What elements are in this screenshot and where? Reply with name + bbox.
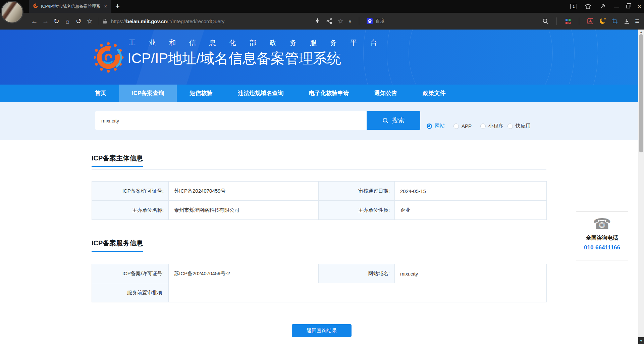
restore-window-button[interactable] (626, 5, 630, 8)
field-value: 2024-05-15 (395, 182, 547, 201)
field-label: ICP备案/许可证号: (92, 264, 169, 283)
tab-close-icon[interactable]: × (104, 4, 107, 9)
search-input[interactable] (95, 111, 367, 130)
miit-gear-logo-icon (94, 38, 124, 78)
table-row: 服务前置审批项: (92, 283, 547, 302)
nav-item-notices[interactable]: 通知公告 (362, 85, 410, 102)
scrollbar-thumb[interactable] (639, 34, 643, 152)
baidu-paw-icon[interactable] (367, 18, 373, 24)
pin-window-icon[interactable] (599, 3, 606, 10)
lightning-icon[interactable] (314, 17, 321, 25)
field-value: 苏ICP备2024070459号 (169, 182, 319, 201)
favorite-star-icon[interactable]: ☆ (338, 17, 344, 25)
download-icon[interactable] (623, 17, 630, 25)
theme-shirt-icon[interactable] (584, 3, 592, 10)
nav-item-policy-files[interactable]: 政策文件 (410, 85, 458, 102)
scrollbar-down-button[interactable]: ▼ (638, 337, 644, 344)
share-icon[interactable] (326, 17, 333, 25)
lock-icon (101, 17, 108, 25)
site-header: 工业和信息化部政务服务平台 ICP/IP地址/域名信息备案管理系统 (0, 30, 638, 85)
browser-tab[interactable]: ICP/IP地址/域名信息备案管理系 × (29, 0, 111, 13)
phone-icon: ☎ (576, 216, 628, 231)
subject-section-title: ICP备案主体信息 (92, 154, 143, 167)
screenshot-crop-icon[interactable] (611, 17, 618, 25)
browser-toolbar: ← → ↻ ⌂ ↺ ☆ https://beian.miit.gov.cn/#/… (0, 13, 644, 30)
field-label: 主办单位名称: (92, 201, 169, 220)
field-value: 泰州市烁澄网络科技有限公司 (169, 201, 319, 220)
hotline-number: 010-66411166 (576, 244, 628, 251)
search-section: 搜索 网站 APP 小程序 快应用 (0, 102, 638, 140)
scrollbar-up-icon[interactable]: ▲ (638, 30, 644, 34)
search-button-label: 搜索 (392, 116, 405, 125)
home-icon[interactable]: ⌂ (62, 17, 73, 25)
radio-option-website[interactable]: 网站 (427, 123, 445, 129)
field-label: 网站域名: (319, 264, 395, 283)
forward-icon[interactable]: → (40, 17, 51, 25)
url-path: /#/Integrated/recordQuery (167, 18, 224, 24)
toolbar-search-icon[interactable] (542, 17, 549, 25)
history-undo-icon[interactable]: ↺ (73, 17, 84, 25)
field-label: 主办单位性质: (319, 201, 395, 220)
search-engine-label[interactable]: 百度 (375, 18, 385, 24)
nav-item-e-verify-apply[interactable]: 电子化核验申请 (296, 85, 362, 102)
page-title: ICP/IP地址/域名信息备案管理系统 (127, 49, 341, 68)
main-nav: 首页 ICP备案查询 短信核验 违法违规域名查询 电子化核验申请 通知公告 政策… (0, 85, 638, 102)
header-subtitle: 工业和信息化部政务服务平台 (129, 38, 390, 47)
chevron-down-icon[interactable]: ∨ (348, 19, 352, 24)
radio-unselected-icon (453, 124, 459, 129)
pdf-tool-icon[interactable] (587, 17, 594, 25)
nav-item-home[interactable]: 首页 (82, 85, 119, 102)
field-label: 审核通过日期: (319, 182, 395, 201)
hotline-card: ☎ 全国咨询电话 010-66411166 (576, 211, 628, 260)
table-row: ICP备案/许可证号: 苏ICP备2024070459号-2 网站域名: mix… (92, 264, 547, 283)
table-row: 主办单位名称: 泰州市烁澄网络科技有限公司 主办单位性质: 企业 (92, 201, 547, 220)
service-section-title: ICP备案服务信息 (92, 239, 143, 252)
nav-item-illegal-domain-query[interactable]: 违法违规域名查询 (225, 85, 296, 102)
field-value-empty (169, 283, 547, 302)
radio-option-app[interactable]: APP (453, 123, 472, 129)
search-magnifier-icon (382, 117, 389, 124)
url-protocol: https:// (111, 18, 126, 24)
radio-selected-icon (427, 124, 432, 129)
toolbar-divider (556, 17, 557, 25)
url-host: beian.miit.gov.cn (126, 18, 167, 24)
section-divider (92, 169, 546, 170)
tab-favicon-icon (33, 3, 38, 10)
field-label: ICP备案/许可证号: (92, 182, 169, 201)
toolbar-divider (579, 17, 579, 25)
section-divider (92, 254, 546, 254)
radio-unselected-icon (480, 124, 486, 129)
close-window-button[interactable]: × (637, 3, 641, 10)
back-icon[interactable]: ← (29, 17, 40, 25)
toolbar-divider (359, 17, 359, 25)
radio-option-miniprogram[interactable]: 小程序 (480, 123, 503, 129)
minimize-button[interactable]: — (614, 4, 619, 9)
field-value: 企业 (395, 201, 547, 220)
reload-icon[interactable]: ↻ (51, 17, 62, 25)
back-to-results-button[interactable]: 返回查询结果 (292, 324, 352, 337)
user-avatar[interactable] (1, 1, 23, 23)
radio-unselected-icon (507, 124, 513, 129)
apps-grid-icon[interactable] (564, 17, 572, 25)
menu-hamburger-icon[interactable]: ≡ (635, 17, 639, 26)
field-label: 服务前置审批项: (92, 283, 169, 302)
address-bar[interactable]: https://beian.miit.gov.cn/#/Integrated/r… (111, 18, 224, 24)
radio-option-quickapp[interactable]: 快应用 (507, 123, 531, 129)
tab-count-badge[interactable]: 1 (570, 4, 577, 9)
field-value: 苏ICP备2024070459号-2 (169, 264, 319, 283)
field-value: mixi.city (395, 264, 547, 283)
toolbar-divider (98, 17, 98, 25)
nav-item-icp-query[interactable]: ICP备案查询 (119, 85, 177, 102)
page-scrollbar[interactable]: ▲ ▼ (638, 30, 644, 344)
night-mode-moon-icon[interactable] (599, 17, 606, 25)
tab-title: ICP/IP地址/域名信息备案管理系 (41, 4, 103, 9)
nav-item-sms-verify[interactable]: 短信核验 (177, 85, 225, 102)
subject-info-table: ICP备案/许可证号: 苏ICP备2024070459号 审核通过日期: 202… (92, 181, 547, 220)
scrollbar-down-icon: ▼ (640, 339, 643, 343)
search-button[interactable]: 搜索 (367, 111, 420, 130)
search-type-options: 网站 APP 小程序 快应用 (427, 123, 531, 129)
bookmark-star-icon[interactable]: ☆ (84, 17, 95, 25)
new-tab-button[interactable]: + (115, 2, 120, 11)
page-viewport: 工业和信息化部政务服务平台 ICP/IP地址/域名信息备案管理系统 首页 ICP… (0, 30, 644, 344)
hotline-label: 全国咨询电话 (576, 235, 628, 242)
